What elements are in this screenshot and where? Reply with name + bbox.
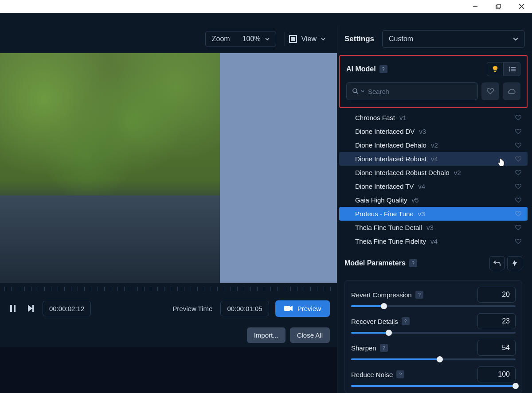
current-time-display[interactable]: 00:00:02:12 [43, 301, 91, 316]
model-version: v3 [426, 224, 434, 231]
param-row: Sharpen?54 [351, 340, 516, 360]
reset-params-button[interactable] [489, 256, 505, 270]
svg-marker-10 [290, 306, 293, 311]
model-item[interactable]: Theia Fine Tune Fidelityv4 [339, 234, 528, 248]
view-dropdown[interactable]: View [284, 31, 330, 47]
import-close-bar: Import... Close All [0, 323, 337, 347]
model-version: v3 [418, 210, 425, 218]
svg-rect-15 [511, 69, 516, 70]
model-item[interactable]: Gaia High Qualityv5 [339, 193, 528, 207]
heart-icon[interactable] [515, 225, 521, 230]
heart-icon[interactable] [515, 184, 521, 189]
help-icon[interactable]: ? [409, 259, 417, 267]
svg-rect-9 [284, 306, 290, 311]
heart-icon[interactable] [515, 156, 521, 162]
lightbulb-icon [492, 66, 498, 73]
close-all-button[interactable]: Close All [290, 327, 330, 343]
model-item[interactable]: Dione Interlaced Robust Dehalov2 [339, 166, 528, 179]
parameters-block: Revert Compression?20Recover Details?23S… [344, 280, 522, 393]
preview-button[interactable]: Preview [275, 300, 330, 317]
model-item[interactable]: Dione Interlaced TVv4 [339, 179, 528, 193]
window-titlebar [0, 0, 532, 13]
help-icon[interactable]: ? [396, 370, 404, 378]
list-icon [509, 66, 516, 72]
model-item[interactable]: Chronos Fastv1 [339, 111, 528, 125]
settings-header: Settings Custom [337, 25, 532, 53]
param-slider[interactable] [351, 385, 516, 387]
model-name: Dione Interlaced Robust [355, 155, 426, 163]
model-search-box[interactable] [346, 82, 478, 100]
model-search-input[interactable] [368, 88, 472, 95]
svg-rect-13 [511, 67, 516, 68]
param-value-input[interactable]: 100 [477, 366, 516, 382]
param-value-input[interactable]: 20 [477, 287, 516, 303]
svg-rect-17 [511, 70, 516, 71]
search-icon [352, 88, 359, 95]
view-label: View [301, 35, 317, 43]
zoom-dropdown[interactable]: Zoom 100% [205, 31, 276, 47]
model-list: Chronos Fastv1Dione Interlaced DVv3Dione… [337, 111, 529, 248]
heart-icon[interactable] [515, 211, 521, 217]
model-version: v4 [418, 183, 425, 190]
svg-rect-5 [10, 305, 12, 312]
help-icon[interactable]: ? [379, 65, 387, 73]
favorites-filter-button[interactable] [481, 82, 499, 100]
auto-params-button[interactable] [507, 256, 522, 270]
cloud-filter-button[interactable] [503, 82, 520, 100]
chevron-down-icon [321, 37, 325, 41]
model-parameters-title: Model Parameters [344, 259, 406, 267]
settings-title: Settings [344, 35, 374, 43]
model-version: v5 [412, 196, 419, 204]
video-preview[interactable] [0, 53, 337, 283]
param-value-input[interactable]: 23 [477, 313, 516, 329]
model-item[interactable]: Theia Fine Tune Detailv3 [339, 221, 528, 234]
timeline-ruler[interactable] [0, 283, 337, 294]
import-button[interactable]: Import... [247, 327, 286, 343]
svg-point-16 [509, 70, 510, 72]
model-version: v4 [431, 155, 438, 163]
model-view-toggle [487, 62, 520, 76]
svg-point-14 [509, 69, 510, 70]
video-original-pane [0, 53, 220, 283]
suggested-models-button[interactable] [487, 62, 504, 76]
all-models-button[interactable] [504, 62, 520, 76]
help-icon[interactable]: ? [415, 291, 423, 299]
param-slider[interactable] [351, 358, 516, 360]
svg-point-18 [353, 89, 357, 93]
step-forward-button[interactable] [25, 303, 36, 314]
help-icon[interactable]: ? [402, 317, 410, 325]
window-minimize-button[interactable] [470, 1, 481, 12]
param-slider[interactable] [351, 305, 516, 307]
preview-time-display[interactable]: 00:00:01:05 [220, 301, 269, 316]
model-version: v4 [430, 237, 438, 245]
model-name: Theia Fine Tune Detail [355, 224, 422, 231]
footer-strip [0, 347, 337, 393]
model-version: v3 [419, 128, 426, 135]
model-item[interactable]: Dione Interlaced DVv3 [339, 125, 528, 138]
param-slider[interactable] [351, 332, 516, 334]
heart-icon[interactable] [515, 143, 521, 148]
heart-icon[interactable] [515, 170, 521, 175]
heart-icon[interactable] [515, 115, 521, 121]
preset-dropdown[interactable]: Custom [382, 30, 525, 48]
pause-button[interactable] [7, 303, 19, 314]
model-item[interactable]: Dione Interlaced Robustv4 [339, 152, 528, 166]
video-toolbar: Zoom 100% View [0, 25, 337, 53]
model-version: v1 [399, 114, 407, 121]
zoom-label: Zoom [212, 35, 230, 43]
zoom-value: 100% [243, 35, 261, 43]
heart-icon[interactable] [515, 239, 521, 244]
param-label: Sharpen [351, 344, 376, 352]
heart-icon[interactable] [515, 198, 521, 203]
param-label: Revert Compression [351, 291, 412, 299]
model-item[interactable]: Dione Interlaced Dehalov2 [339, 138, 528, 152]
window-close-button[interactable] [516, 1, 527, 12]
param-label: Reduce Noise [351, 371, 393, 378]
model-parameters-section: Model Parameters ? [337, 248, 529, 274]
help-icon[interactable]: ? [380, 344, 388, 352]
model-item[interactable]: Proteus - Fine Tunev3 [339, 207, 528, 221]
heart-icon[interactable] [515, 129, 521, 134]
camera-icon [284, 305, 293, 311]
window-maximize-button[interactable] [493, 1, 504, 12]
param-value-input[interactable]: 54 [477, 340, 516, 356]
